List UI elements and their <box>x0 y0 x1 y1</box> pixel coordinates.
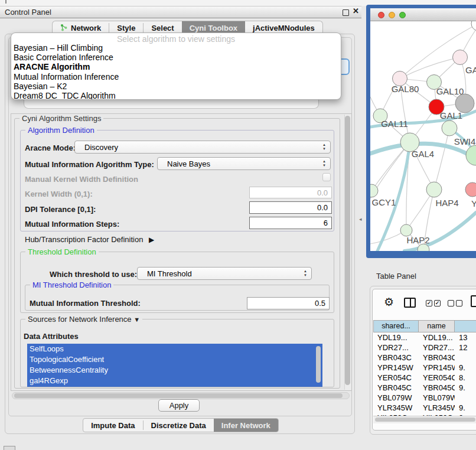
unchecked-box-icon[interactable] <box>448 300 454 306</box>
table-row[interactable]: YBL079WYBL079W <box>373 393 476 403</box>
panel-title: Control Panel <box>5 8 51 17</box>
data-attribute-item[interactable]: TopologicalCoefficient <box>27 354 322 365</box>
algorithm-option[interactable]: Mutual Information Inference <box>11 72 341 81</box>
bottom-tab-infer-network[interactable]: Infer Network <box>214 419 278 432</box>
table-cell: 9. <box>455 403 476 413</box>
algorithm-option[interactable]: Bayesian – Hill Climbing <box>11 43 341 53</box>
splitter-grip-icon[interactable]: ◂ <box>359 216 362 222</box>
tab-label: Impute Data <box>91 421 135 430</box>
bottom-tab-impute-data[interactable]: Impute Data <box>83 419 142 432</box>
close-traffic-icon[interactable] <box>378 12 384 18</box>
algorithm-option[interactable]: Basic Correlation Inference <box>11 53 341 62</box>
table-cell: 12 <box>455 343 476 353</box>
network-node[interactable] <box>400 224 412 236</box>
manual-kernel-label: Manual Kernel Width Definition <box>25 175 138 184</box>
table-hscrollbar-thumb[interactable] <box>375 418 475 422</box>
settings-hscrollbar-thumb[interactable] <box>14 393 343 398</box>
algorithm-dropdown-popup: Select algorithm to view settings Bayesi… <box>11 32 341 100</box>
table-row[interactable]: YDL19...YDL19...13 <box>373 332 476 343</box>
tab-label: Cyni Toolbox <box>190 24 237 32</box>
data-attribute-item[interactable]: gal4RGexp <box>27 376 322 386</box>
network-thick-edges <box>370 111 476 251</box>
tab-label: Discretize Data <box>151 421 206 430</box>
table-row[interactable]: YDR27...YDR27...12 <box>373 343 476 353</box>
table-cell: YBL079W <box>373 393 419 403</box>
algorithm-option[interactable]: Dream8 DC_TDC Algorithm <box>11 91 341 100</box>
manual-kernel-checkbox[interactable] <box>322 173 331 181</box>
network-nodes: GALGAL80GAL10GAL1GAL11SWI4GAL4GCY1HAP4YH… <box>370 21 476 251</box>
tab-label: jActiveMNodules <box>253 24 315 32</box>
columns-icon[interactable] <box>404 298 416 308</box>
network-node[interactable] <box>370 184 378 197</box>
aracne-mode-label: Aracne Mode: <box>25 144 76 152</box>
data-attribute-item[interactable]: BetweennessCentrality <box>27 365 322 376</box>
network-node[interactable] <box>442 120 457 136</box>
tab-label: Select <box>151 24 174 32</box>
table-column-header[interactable] <box>455 320 476 332</box>
attr-list-scrollbar-thumb[interactable] <box>316 346 321 383</box>
table-cell: YPR145W <box>373 363 419 373</box>
algorithm-placeholder: Select algorithm to view settings <box>11 34 341 43</box>
close-icon[interactable]: ✕ <box>353 6 359 15</box>
table-row[interactable]: YLR345WYLR345W9. <box>373 403 476 413</box>
network-node[interactable] <box>471 21 476 31</box>
unchecked-box-icon[interactable] <box>456 300 462 306</box>
table-header: shared...name <box>373 320 476 332</box>
collapse-down-icon: ▼ <box>133 316 140 323</box>
table-row[interactable]: YBR045CYBR045C9. <box>373 383 476 393</box>
which-threshold-select[interactable]: MI Threshold ▲▼ <box>137 267 312 280</box>
control-panel-titlebar <box>0 6 361 18</box>
top-tick <box>5 0 6 4</box>
network-node[interactable] <box>453 50 468 65</box>
cut-panel-icon <box>4 446 15 450</box>
network-node[interactable] <box>455 94 474 113</box>
table-row[interactable]: YER054CYER054C8. <box>373 373 476 383</box>
checked-box-icon[interactable]: ✓ <box>434 300 441 306</box>
table-cell: YER054C <box>419 373 455 383</box>
table-rows: YDL19...YDL19...13YDR27...YDR27...12YBR0… <box>373 332 476 416</box>
table-hscrollbar[interactable] <box>373 416 476 423</box>
kernel-width-label: Kernel Width (0,1): <box>25 190 93 198</box>
float-window-icon[interactable] <box>343 9 349 16</box>
network-node[interactable] <box>466 145 476 165</box>
network-view[interactable]: GALGAL80GAL10GAL1GAL11SWI4GAL4GCY1HAP4YH… <box>370 21 476 251</box>
network-node-label: GAL <box>465 65 476 75</box>
minimize-traffic-icon[interactable] <box>389 12 395 18</box>
table-cell: 9. <box>455 363 476 373</box>
table-column-header[interactable]: shared... <box>373 320 419 332</box>
network-node[interactable] <box>426 182 442 197</box>
table-column-header[interactable]: name <box>419 320 455 332</box>
network-node[interactable] <box>465 182 476 197</box>
mi-threshold-title: MI Threshold Definition <box>30 281 113 289</box>
checked-box-icon[interactable]: ✓ <box>426 300 432 306</box>
mi-steps-label: Mutual Information Steps: <box>25 220 119 229</box>
algorithm-option[interactable]: Bayesian – K2 <box>11 81 341 91</box>
table-cell: 8. <box>455 373 476 383</box>
mi-type-select[interactable]: Naive Bayes ▲▼ <box>157 157 331 170</box>
tab-label: Infer Network <box>221 421 270 430</box>
zoom-traffic-icon[interactable] <box>399 12 406 18</box>
algorithm-option[interactable]: ARACNE Algorithm <box>11 62 341 71</box>
kernel-width-field[interactable]: 0.0 <box>249 187 332 198</box>
table-panel-title: Table Panel <box>376 272 416 281</box>
data-attribute-item[interactable]: SelfLoops <box>27 344 322 354</box>
aracne-mode-select[interactable]: Discovery ▲▼ <box>74 141 331 154</box>
sources-title[interactable]: Sources for Network Inference ▼ <box>25 315 142 324</box>
data-attributes-list[interactable]: SelfLoopsTopologicalCoefficientBetweenne… <box>27 344 322 387</box>
mi-steps-field[interactable]: 6 <box>249 217 332 229</box>
settings-vscrollbar-thumb[interactable] <box>345 116 350 385</box>
document-icon[interactable] <box>471 295 476 307</box>
dpi-tolerance-field[interactable]: 0.0 <box>249 201 332 214</box>
table-row[interactable]: YBR043CYBR043C <box>373 353 476 363</box>
algorithm-dropdown-list: Bayesian – Hill ClimbingBasic Correlatio… <box>11 43 341 100</box>
gear-icon[interactable]: ⚙ <box>384 296 394 308</box>
table-row[interactable]: YPR145WYPR145W9. <box>373 363 476 373</box>
apply-button[interactable]: Apply <box>158 399 200 412</box>
combo-stepper-icon: ▲▼ <box>303 269 308 279</box>
dpi-tolerance-label: DPI Tolerance [0,1]: <box>25 205 96 214</box>
network-window-titlebar <box>370 8 476 21</box>
hub-definition-expander[interactable]: Hub/Transcription Factor Definition ▶ <box>25 235 154 244</box>
bottom-tab-discretize-data[interactable]: Discretize Data <box>144 419 214 432</box>
mi-threshold-field[interactable]: 0.5 <box>247 297 330 309</box>
tab-label: Style <box>117 24 135 32</box>
